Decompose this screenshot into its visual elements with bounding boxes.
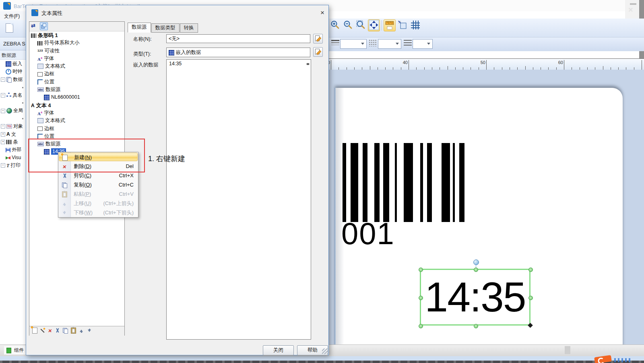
selection-handle[interactable] [528, 296, 533, 300]
resize-grip[interactable] [322, 348, 328, 354]
sidebar-item-嵌入[interactable]: 嵌入 [0, 60, 26, 68]
tree-item[interactable]: 文本格式 [29, 62, 124, 70]
tab-0[interactable]: 数据源 [128, 23, 151, 33]
embedded-data-label: 嵌入的数据 [133, 62, 159, 68]
sidebar-item-全局[interactable]: − 全局 [0, 107, 26, 114]
zoom-out-icon[interactable] [342, 20, 354, 32]
file-menu[interactable]: 文件(F) [4, 13, 20, 20]
menu-item-O[interactable]: 复制(O)Ctrl+C [58, 180, 138, 189]
sidebar-header: 数据源 [0, 50, 26, 60]
embedded-data-box[interactable]: 14:35 [166, 59, 311, 340]
collapse-icon[interactable]: − [1, 124, 5, 129]
ruler-number: 40 [403, 60, 409, 65]
expand-icon[interactable]: + [1, 132, 5, 137]
close-icon[interactable]: × [628, 5, 633, 15]
barcode-text[interactable]: 001 [341, 216, 395, 251]
selected-text[interactable]: 14:35 [425, 273, 525, 321]
tree-item[interactable]: Aa字体 [29, 109, 124, 117]
embedded-data-icon [6, 61, 11, 67]
expand-icon[interactable]: + [1, 140, 5, 144]
tree-item[interactable]: A文本 4 [29, 102, 124, 109]
line-style-dropdown[interactable] [378, 39, 401, 49]
label-area[interactable]: 001 14:35 [335, 88, 623, 344]
tree-item[interactable]: NL66000001 [29, 93, 124, 101]
name-input[interactable]: <无> [166, 34, 310, 43]
zoom-in-icon[interactable] [329, 20, 341, 32]
grid-icon[interactable] [409, 20, 421, 32]
tab-1[interactable]: 数据类型 [151, 23, 180, 33]
dialog-titlebar[interactable]: 文本属性 × [26, 5, 328, 21]
collapse-icon[interactable]: − [1, 109, 5, 113]
close-button[interactable]: 关闭 [263, 345, 294, 355]
tree-item[interactable]: 符号体系和大小 [29, 39, 124, 47]
sidebar-item-文[interactable]: +A 文 [0, 131, 26, 138]
sidebar-item-条[interactable]: + 条 [0, 138, 26, 146]
collapse-icon[interactable]: − [1, 77, 5, 82]
selection-handle[interactable] [474, 324, 478, 328]
horizontal-ruler: 30405060 [328, 58, 644, 70]
pan-icon[interactable] [368, 19, 380, 31]
hscroll-thumb[interactable] [565, 346, 570, 354]
design-canvas[interactable]: 001 14:35 [328, 70, 644, 344]
tree-item[interactable]: 文本格式 [29, 117, 124, 124]
line-pattern-dropdown[interactable] [413, 39, 433, 49]
dialog-close-icon[interactable]: × [318, 8, 327, 17]
barcode-icon [31, 33, 36, 38]
object-value-icon: TO [6, 124, 12, 129]
tree-item[interactable]: 边框 [29, 70, 124, 78]
menu-item-P[interactable]: 粘贴(P)Ctrl+V [58, 189, 138, 199]
printer-name[interactable]: ZEBRA S [3, 41, 25, 47]
fit-object-icon[interactable]: ⇄ [31, 23, 35, 29]
sidebar-item-时钟[interactable]: 时钟 [0, 68, 26, 75]
copy-icon [63, 328, 68, 333]
selected-text-object[interactable]: 14:35 [420, 269, 530, 326]
minimize-icon[interactable] [630, 3, 636, 5]
tree-item[interactable]: abc数据源 [29, 86, 124, 93]
barcode-bar [442, 143, 450, 222]
collapse-icon[interactable]: − [1, 93, 5, 97]
tree-item[interactable]: 边框 [29, 125, 124, 133]
font-icon: Aa [37, 110, 42, 116]
sidebar-item-打印[interactable]: −T 打印 [0, 162, 26, 169]
sidebar-item-Visu[interactable]: Visu [0, 154, 26, 162]
name-field-button[interactable] [313, 34, 323, 44]
sidebar-item-具名[interactable]: − 具名 [0, 91, 26, 99]
tree-item[interactable]: 条形码 1 [29, 31, 124, 39]
sidebar-item-外部[interactable]: 外部 [0, 146, 26, 153]
tree-item[interactable]: Aa字体 [29, 55, 124, 62]
dialog-title: 文本属性 [41, 10, 62, 17]
ruler-icon[interactable] [384, 19, 396, 31]
font-icon: Aa [37, 56, 42, 62]
selection-handle[interactable] [419, 296, 423, 300]
resize-diamond-handle[interactable] [528, 323, 533, 328]
menu-item-W[interactable]: 下移(W)(Ctrl+下箭头) [58, 208, 138, 217]
line-weight-dropdown[interactable] [340, 39, 367, 49]
collapse-icon[interactable]: − [1, 163, 5, 168]
type-field-button[interactable] [313, 47, 323, 57]
selection-handle[interactable] [419, 324, 423, 328]
selection-handle[interactable] [419, 268, 423, 272]
spinner-icon[interactable] [305, 60, 310, 68]
type-input[interactable]: 嵌入的数据 [166, 48, 310, 57]
zoom-selection-icon[interactable] [355, 20, 367, 32]
sidebar-item-对象[interactable]: −TO 对象 [0, 122, 26, 130]
tree-item[interactable]: 位置 [29, 78, 124, 86]
ruler-tick [370, 66, 370, 70]
menu-item-U[interactable]: 上移(U)(Ctrl+上箭头) [58, 199, 138, 208]
selection-handle[interactable] [528, 268, 533, 272]
layers-toggle-icon[interactable] [40, 22, 48, 30]
new-document-icon[interactable] [6, 23, 13, 33]
component-tab[interactable]: 组件 [4, 346, 27, 355]
datasource-icon: abc [37, 87, 44, 92]
rotation-handle[interactable] [473, 259, 479, 265]
barcode-bar [383, 143, 389, 222]
line-pattern-icon [404, 40, 412, 46]
selection-handle[interactable] [474, 268, 478, 272]
tab-2[interactable]: 转换 [180, 23, 198, 33]
sidebar-item-数据[interactable]: − 数据 [0, 76, 26, 83]
barcode-bar [351, 143, 358, 222]
ruler-tick [409, 60, 409, 70]
tree-item[interactable]: 123可读性 [29, 47, 124, 55]
embedded-data-value[interactable]: 14:35 [169, 61, 182, 66]
snap-icon[interactable] [396, 20, 409, 32]
